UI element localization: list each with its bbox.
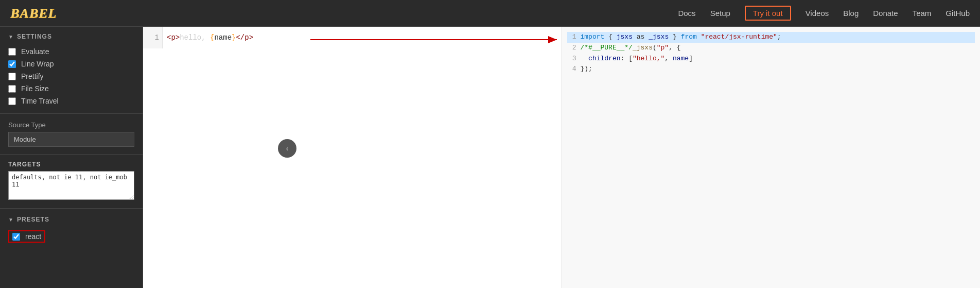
nav-team[interactable]: Team <box>913 9 932 18</box>
nav: Docs Setup Try it out Videos Blog Donate… <box>678 6 970 21</box>
logo: BABEL <box>10 6 57 21</box>
targets-section: TARGETS defaults, not ie 11, not ie_mob … <box>0 157 143 206</box>
divider-3 <box>0 208 143 209</box>
react-preset-item[interactable]: react <box>8 228 134 245</box>
react-checkbox[interactable] <box>12 233 20 241</box>
output-pane: 1 import { jsxs as _jsxs } from "react/j… <box>562 27 981 288</box>
settings-section: ▼ SETTINGS Evaluate Line Wrap Prettify F… <box>0 27 143 111</box>
file-size-item[interactable]: File Size <box>8 82 134 95</box>
sidebar: ▼ SETTINGS Evaluate Line Wrap Prettify F… <box>0 27 143 288</box>
react-label: react <box>25 232 41 241</box>
presets-chevron: ▼ <box>8 217 14 223</box>
source-type-section: Source Type Module <box>0 116 143 152</box>
line-wrap-label: Line Wrap <box>21 60 54 68</box>
header: BABEL Docs Setup Try it out Videos Blog … <box>0 0 980 27</box>
nav-try-it-out[interactable]: Try it out <box>745 6 791 21</box>
out-linenum-1: 1 <box>567 32 576 43</box>
out-code-2: /*#__PURE__*/_jsxs("p", { <box>581 43 681 54</box>
targets-label: TARGETS <box>8 161 134 168</box>
input-pane: 1 <p>hello, {name}</p> <box>143 27 562 288</box>
source-type-select[interactable]: Module <box>8 132 134 147</box>
settings-header[interactable]: ▼ SETTINGS <box>8 33 134 40</box>
settings-label: SETTINGS <box>17 33 52 40</box>
nav-videos[interactable]: Videos <box>806 9 829 18</box>
out-linenum-2: 2 <box>567 43 576 54</box>
file-size-label: File Size <box>21 84 49 93</box>
output-code-display: 1 import { jsxs as _jsxs } from "react/j… <box>562 27 981 288</box>
targets-textarea[interactable]: defaults, not ie 11, not ie_mob 11 <box>8 171 134 200</box>
editor-container: 1 <p>hello, {name}</p> 1 import { jsxs a… <box>143 27 980 288</box>
out-code-1: import { jsxs as _jsxs } from "react/jsx… <box>581 32 781 43</box>
nav-blog[interactable]: Blog <box>843 9 859 18</box>
output-line-2: 2 /*#__PURE__*/_jsxs("p", { <box>567 43 975 54</box>
evaluate-item[interactable]: Evaluate <box>8 45 134 58</box>
line-wrap-item[interactable]: Line Wrap <box>8 58 134 70</box>
presets-label: PRESETS <box>17 216 49 223</box>
settings-chevron: ▼ <box>8 34 14 40</box>
nav-donate[interactable]: Donate <box>873 9 898 18</box>
evaluate-label: Evaluate <box>21 47 49 56</box>
source-type-label: Source Type <box>0 116 143 132</box>
prettify-label: Prettify <box>21 72 44 80</box>
nav-docs[interactable]: Docs <box>678 9 695 18</box>
sidebar-toggle-button[interactable]: ‹ <box>278 139 296 158</box>
presets-section: ▼ PRESETS react <box>0 211 143 249</box>
time-travel-checkbox[interactable] <box>8 97 16 105</box>
file-size-checkbox[interactable] <box>8 85 16 93</box>
time-travel-item[interactable]: Time Travel <box>8 95 134 107</box>
prettify-item[interactable]: Prettify <box>8 70 134 82</box>
output-line-3: 3 children: ["hello,", name] <box>567 54 975 64</box>
nav-setup[interactable]: Setup <box>710 9 730 18</box>
divider-1 <box>0 113 143 114</box>
prettify-checkbox[interactable] <box>8 73 16 80</box>
nav-github[interactable]: GitHub <box>946 9 970 18</box>
output-line-1: 1 import { jsxs as _jsxs } from "react/j… <box>567 32 975 43</box>
input-line-numbers: 1 <box>143 27 163 48</box>
evaluate-checkbox[interactable] <box>8 48 16 56</box>
out-linenum-3: 3 <box>567 54 576 64</box>
out-code-4: }); <box>581 64 592 75</box>
divider-2 <box>0 154 143 155</box>
presets-header[interactable]: ▼ PRESETS <box>8 216 134 223</box>
time-travel-label: Time Travel <box>21 97 59 105</box>
output-line-4: 4 }); <box>567 64 975 75</box>
out-linenum-4: 4 <box>567 64 576 75</box>
main-layout: ▼ SETTINGS Evaluate Line Wrap Prettify F… <box>0 27 980 288</box>
line-wrap-checkbox[interactable] <box>8 60 16 68</box>
out-code-3: children: ["hello,", name] <box>581 54 693 64</box>
